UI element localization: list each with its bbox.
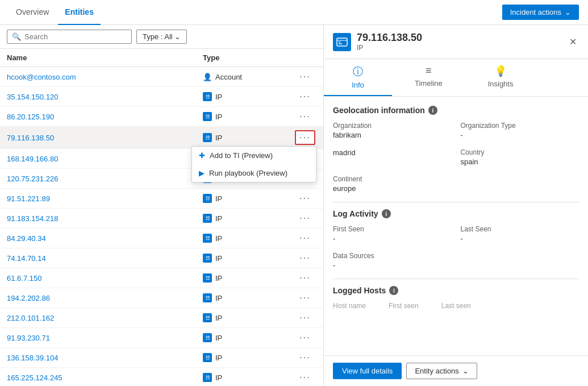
- right-panel: 79.116.138.50 IP ✕ ⓘ Info ≡ Timeline 💡 I…: [324, 25, 588, 386]
- chevron-down-icon: ⌄: [174, 32, 181, 41]
- tab-insights[interactable]: 💡 Insights: [465, 59, 536, 96]
- more-button[interactable]: ···: [296, 252, 314, 264]
- table-row[interactable]: 84.29.40.34 ☷ IP ···: [0, 229, 323, 248]
- entity-name: 79.116.138.50: [357, 32, 422, 44]
- search-wrapper: 🔍: [7, 30, 132, 44]
- table-row[interactable]: 91.183.154.218 ☷ IP ···: [0, 209, 323, 229]
- main-layout: 🔍 Type : All ⌄ Name Type hcook@contoso.c…: [0, 25, 588, 386]
- incident-actions-button[interactable]: Incident actions ⌄: [502, 5, 579, 20]
- chevron-down-icon: ⌄: [565, 8, 571, 16]
- logged-hosts-header: Host name First seen Last seen: [333, 302, 579, 310]
- ip-icon: ☷: [203, 234, 212, 243]
- data-sources-field: Data Sources -: [333, 252, 452, 269]
- geolocation-grid-3: Continent europe: [333, 175, 579, 193]
- entity-footer: View full details Entity actions ⌄: [324, 355, 588, 386]
- entities-table: Name Type hcook@contoso.com 👤 Account ··…: [0, 49, 323, 386]
- ip-icon: ☷: [203, 214, 212, 223]
- timeline-tab-icon: ≡: [426, 65, 432, 77]
- table-row[interactable]: 136.158.39.104 ☷ IP ···: [0, 348, 323, 368]
- ip-icon: ☷: [203, 293, 212, 302]
- ip-icon: ☷: [203, 133, 212, 142]
- ip-icon: ☷: [203, 353, 212, 362]
- organization-type-field: Organization Type -: [461, 122, 579, 139]
- view-full-details-button[interactable]: View full details: [333, 363, 402, 379]
- log-activity-info-icon: i: [382, 209, 391, 218]
- city-field: madrid: [333, 148, 452, 166]
- table-row[interactable]: 74.14.70.14 ☷ IP ···: [0, 248, 323, 268]
- ip-icon: ☷: [203, 254, 212, 263]
- geolocation-info-icon: i: [428, 106, 437, 115]
- table-row[interactable]: hcook@contoso.com 👤 Account ···: [0, 67, 323, 87]
- tab-entities[interactable]: Entities: [58, 0, 101, 25]
- more-button[interactable]: ···: [296, 292, 314, 304]
- entity-type-label: IP: [357, 44, 422, 52]
- entity-title-section: 79.116.138.50 IP: [333, 32, 422, 52]
- entity-actions-button[interactable]: Entity actions ⌄: [406, 363, 477, 379]
- add-icon: ✚: [199, 151, 205, 160]
- log-activity-grid: First Seen - Last Seen -: [333, 225, 579, 243]
- entity-ip-icon: [333, 33, 351, 51]
- add-to-ti-menu-item[interactable]: ✚ Add to TI (Preview): [192, 147, 316, 164]
- ip-icon: ☷: [203, 333, 212, 342]
- country-field: Country spain: [461, 148, 579, 166]
- ip-icon: ☷: [203, 313, 212, 322]
- left-panel: 🔍 Type : All ⌄ Name Type hcook@contoso.c…: [0, 25, 324, 386]
- geolocation-grid-2: madrid Country spain: [333, 148, 579, 166]
- ip-icon: ☷: [203, 92, 212, 101]
- divider-2: [333, 279, 579, 279]
- insights-tab-icon: 💡: [494, 65, 507, 77]
- continent-field: Continent europe: [333, 175, 452, 193]
- ip-icon: ☷: [203, 273, 212, 283]
- tab-info[interactable]: ⓘ Info: [324, 59, 392, 96]
- search-input[interactable]: [24, 32, 121, 41]
- ip-icon: ☷: [203, 373, 212, 382]
- tab-timeline[interactable]: ≡ Timeline: [392, 59, 465, 96]
- table-row[interactable]: 212.0.101.162 ☷ IP ···: [0, 308, 323, 328]
- more-button[interactable]: ···: [296, 232, 314, 244]
- nav-tabs: Overview Entities: [9, 0, 101, 25]
- more-button[interactable]: ···: [295, 130, 315, 145]
- run-playbook-menu-item[interactable]: ▶ Run playbook (Preview): [192, 164, 316, 182]
- info-tab-icon: ⓘ: [353, 65, 363, 78]
- more-button[interactable]: ···: [296, 312, 314, 324]
- search-icon: 🔍: [12, 32, 21, 41]
- close-button[interactable]: ✕: [567, 34, 579, 49]
- more-button[interactable]: ···: [296, 70, 314, 83]
- geolocation-section-title: Geolocation information i: [333, 106, 579, 115]
- more-button[interactable]: ···: [296, 110, 314, 123]
- log-activity-grid-2: Data Sources -: [333, 252, 579, 269]
- more-button[interactable]: ···: [296, 192, 314, 205]
- table-row[interactable]: 165.225.124.245 ☷ IP ···: [0, 368, 323, 386]
- tab-overview[interactable]: Overview: [9, 0, 56, 25]
- table-row[interactable]: 194.2.202.86 ☷ IP ···: [0, 288, 323, 308]
- ip-icon: ☷: [203, 112, 212, 121]
- organization-field: Organization fabrikam: [333, 122, 452, 139]
- more-button[interactable]: ···: [296, 272, 314, 284]
- table-row[interactable]: 91.51.221.89 ☷ IP ···: [0, 189, 323, 209]
- more-button[interactable]: ···: [296, 331, 314, 344]
- logged-hosts-info-icon: i: [389, 286, 398, 295]
- more-button[interactable]: ···: [296, 212, 314, 225]
- context-menu: ✚ Add to TI (Preview) ▶ Run playbook (Pr…: [191, 146, 316, 182]
- more-button[interactable]: ···: [296, 371, 314, 384]
- play-icon: ▶: [199, 169, 205, 177]
- geolocation-grid: Organization fabrikam Organization Type …: [333, 122, 579, 139]
- table-row[interactable]: 61.6.7.150 ☷ IP ···: [0, 268, 323, 288]
- more-button[interactable]: ···: [296, 90, 314, 103]
- entity-detail-content: Geolocation information i Organization f…: [324, 97, 588, 355]
- table-header: Name Type: [0, 49, 323, 67]
- more-button[interactable]: ···: [296, 351, 314, 364]
- chevron-down-icon: ⌄: [462, 367, 469, 375]
- divider: [333, 202, 579, 202]
- entity-detail-tabs: ⓘ Info ≡ Timeline 💡 Insights: [324, 59, 588, 97]
- log-activity-section-title: Log Activity i: [333, 209, 579, 218]
- table-row[interactable]: 79.116.138.50 ☷ IP ··· ✚ Add to TI (Prev…: [0, 127, 323, 149]
- table-row[interactable]: 86.20.125.190 ☷ IP ···: [0, 107, 323, 127]
- account-icon: 👤: [203, 73, 212, 81]
- type-filter[interactable]: Type : All ⌄: [136, 30, 187, 44]
- table-row[interactable]: 35.154.150.120 ☷ IP ···: [0, 87, 323, 107]
- table-row[interactable]: 91.93.230.71 ☷ IP ···: [0, 328, 323, 348]
- ip-icon: ☷: [203, 194, 212, 203]
- first-seen-field: First Seen -: [333, 225, 452, 243]
- top-nav: Overview Entities Incident actions ⌄: [0, 0, 588, 25]
